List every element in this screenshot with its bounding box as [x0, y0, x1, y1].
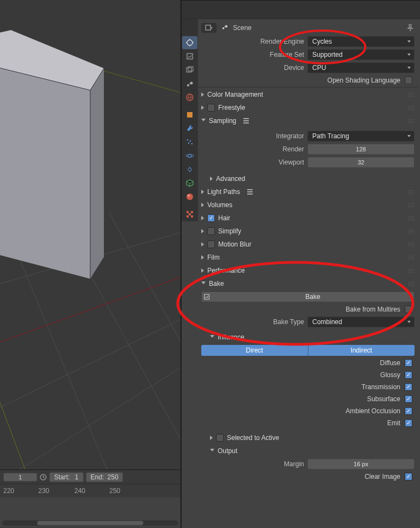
- clock-icon: [39, 473, 47, 481]
- diffuse-label: Diffuse: [380, 359, 400, 367]
- tab-constraints[interactable]: [182, 163, 197, 176]
- svg-line-2: [0, 314, 180, 418]
- list-icon[interactable]: [242, 116, 250, 125]
- svg-point-23: [187, 139, 189, 141]
- svg-line-1: [0, 273, 180, 350]
- influence-direct-indirect: Direct Indirect: [201, 345, 415, 356]
- margin-label: Margin: [201, 460, 304, 468]
- simplify-checkbox[interactable]: [207, 227, 215, 235]
- svg-point-29: [186, 193, 193, 200]
- ao-checkbox[interactable]: [405, 407, 412, 415]
- section-freestyle[interactable]: Freestyle: [198, 101, 418, 114]
- diffuse-checkbox[interactable]: [405, 359, 412, 367]
- breadcrumb-scene[interactable]: Scene: [233, 24, 252, 32]
- margin-field[interactable]: 16 px: [307, 459, 415, 470]
- section-light-paths[interactable]: Light Paths: [198, 185, 418, 198]
- render-engine-label: Render Engine: [201, 38, 304, 45]
- section-hair[interactable]: Hair: [198, 212, 418, 225]
- device-select[interactable]: CPU: [307, 62, 415, 73]
- section-sampling[interactable]: Sampling: [198, 114, 418, 127]
- section-motion-blur[interactable]: Motion Blur: [198, 238, 418, 251]
- section-output[interactable]: Output: [198, 444, 418, 457]
- tab-modifiers[interactable]: [182, 122, 197, 135]
- svg-rect-39: [205, 295, 209, 300]
- svg-rect-31: [186, 211, 189, 213]
- toggle-direct[interactable]: Direct: [201, 345, 308, 356]
- section-volumes[interactable]: Volumes: [198, 198, 418, 212]
- svg-point-28: [186, 155, 194, 157]
- render-samples-field[interactable]: 128: [307, 144, 415, 155]
- svg-rect-17: [186, 68, 191, 72]
- section-film[interactable]: Film: [198, 251, 418, 264]
- subsurface-label: Subsurface: [367, 395, 400, 403]
- svg-point-26: [191, 143, 193, 145]
- timeline-ruler[interactable]: 220 230 240 250: [0, 484, 180, 497]
- feature-set-select[interactable]: Supported: [307, 49, 415, 60]
- subsurface-checkbox[interactable]: [405, 395, 412, 403]
- emit-checkbox[interactable]: [405, 419, 412, 427]
- tab-mesh[interactable]: [182, 177, 197, 190]
- section-advanced[interactable]: Advanced: [198, 172, 418, 185]
- svg-line-7: [109, 213, 180, 361]
- section-performance[interactable]: Performance: [198, 264, 418, 277]
- bake-type-select[interactable]: Combined: [307, 316, 415, 327]
- properties-tabs: [182, 19, 198, 221]
- tab-texture[interactable]: [182, 208, 197, 221]
- viewport-samples-label: Viewport: [201, 159, 304, 166]
- svg-marker-13: [90, 68, 104, 279]
- svg-point-24: [190, 140, 191, 142]
- bake-button[interactable]: Bake: [201, 291, 415, 302]
- integrator-select[interactable]: Path Tracing: [307, 131, 415, 142]
- header-dropdown[interactable]: [201, 23, 217, 33]
- tab-particles[interactable]: [182, 136, 197, 149]
- tab-output[interactable]: [182, 50, 197, 63]
- emit-label: Emit: [387, 419, 400, 427]
- svg-line-3: [0, 361, 180, 470]
- section-influence[interactable]: Influence: [198, 331, 418, 344]
- start-frame-field[interactable]: Start: 1: [49, 472, 84, 482]
- list-icon[interactable]: [246, 187, 254, 196]
- svg-rect-32: [191, 211, 193, 213]
- toggle-indirect[interactable]: Indirect: [308, 345, 415, 356]
- current-frame-field[interactable]: 1: [3, 473, 37, 482]
- viewport-3d[interactable]: [0, 0, 180, 470]
- scene-icon: [221, 23, 229, 32]
- tab-object[interactable]: [182, 108, 197, 121]
- section-color-management[interactable]: Color Management: [198, 88, 418, 101]
- osl-label: Open Shading Language: [328, 77, 400, 84]
- section-bake[interactable]: Bake: [198, 277, 418, 290]
- timeline-scrollbar[interactable]: [2, 520, 178, 526]
- clear-image-checkbox[interactable]: [405, 473, 412, 480]
- section-selected-to-active[interactable]: Selected to Active: [198, 431, 418, 444]
- svg-line-8: [0, 273, 180, 350]
- tab-render[interactable]: [182, 36, 197, 49]
- section-simplify[interactable]: Simplify: [198, 225, 418, 238]
- tab-scene[interactable]: [182, 77, 197, 90]
- viewport-samples-field[interactable]: 32: [307, 157, 415, 168]
- integrator-label: Integrator: [201, 132, 304, 140]
- tab-world[interactable]: [182, 91, 197, 104]
- svg-rect-36: [206, 25, 211, 30]
- glossy-checkbox[interactable]: [405, 371, 412, 379]
- motion-blur-checkbox[interactable]: [207, 240, 215, 248]
- svg-rect-22: [187, 112, 192, 118]
- transmission-checkbox[interactable]: [405, 383, 412, 391]
- render-samples-label: Render: [201, 145, 304, 153]
- svg-point-25: [188, 143, 190, 144]
- svg-rect-35: [191, 215, 193, 218]
- hair-checkbox[interactable]: [207, 214, 215, 222]
- tab-material[interactable]: [182, 190, 197, 203]
- transmission-label: Transmission: [361, 383, 400, 391]
- freestyle-checkbox[interactable]: [207, 104, 215, 112]
- render-engine-select[interactable]: Cycles: [307, 36, 415, 47]
- pin-icon[interactable]: [406, 24, 415, 32]
- tab-viewlayer[interactable]: [182, 63, 197, 77]
- osl-checkbox[interactable]: [405, 77, 412, 84]
- bake-type-label: Bake Type: [201, 318, 304, 326]
- tab-physics[interactable]: [182, 149, 197, 162]
- clear-image-label: Clear Image: [365, 473, 400, 480]
- svg-point-30: [188, 195, 190, 197]
- bake-multires-checkbox[interactable]: [405, 306, 412, 313]
- end-frame-field[interactable]: End: 250: [86, 472, 124, 482]
- selected-to-active-checkbox[interactable]: [216, 434, 224, 442]
